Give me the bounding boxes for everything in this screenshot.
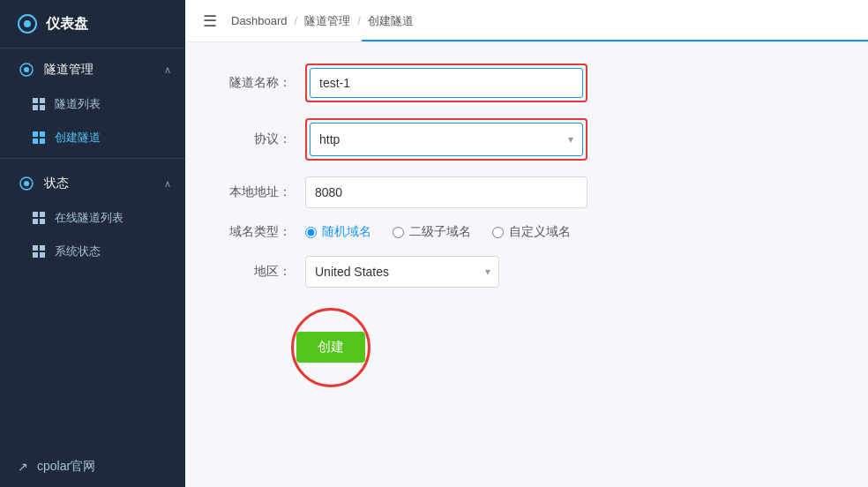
domain-type-row: 域名类型： 随机域名 二级子域名 自定义域名 — [212, 224, 842, 240]
main-area: ☰ Dashboard / 隧道管理 / 创建隧道 隧道名称： 协议： — [185, 0, 868, 487]
radio-random-domain[interactable]: 随机域名 — [305, 224, 371, 240]
svg-rect-15 — [40, 219, 45, 224]
tunnel-name-row: 隧道名称： — [212, 64, 842, 102]
svg-rect-9 — [40, 139, 45, 144]
protocol-select[interactable]: http https tcp udp — [311, 124, 582, 155]
create-button-wrapper: 创建 — [296, 332, 365, 363]
region-select-wrapper: United States China Europe Asia ▾ — [305, 256, 499, 288]
create-tunnel-label: 创建隧道 — [55, 130, 101, 146]
svg-rect-17 — [40, 245, 45, 251]
tunnel-management-icon — [18, 61, 35, 79]
svg-rect-6 — [33, 131, 38, 137]
status-chevron: ∧ — [164, 178, 171, 190]
radio-custom-domain-input[interactable] — [492, 227, 504, 238]
sidebar-item-create-tunnel[interactable]: 创建隧道 — [0, 121, 185, 154]
topbar: ☰ Dashboard / 隧道管理 / 创建隧道 — [185, 0, 868, 42]
tunnel-list-label: 隧道列表 — [55, 96, 101, 112]
sidebar-divider-1 — [0, 158, 185, 159]
sidebar-item-system-status[interactable]: 系统状态 — [0, 235, 185, 268]
svg-rect-7 — [40, 131, 45, 137]
sidebar-external-link[interactable]: ↗ cpolar官网 — [0, 446, 185, 487]
svg-rect-12 — [33, 212, 38, 217]
breadcrumb-create-tunnel: 创建隧道 — [368, 13, 414, 29]
breadcrumb-dashboard[interactable]: Dashboard — [231, 14, 288, 27]
protocol-label: 协议： — [212, 131, 291, 147]
local-address-row: 本地地址： — [212, 176, 842, 208]
logo-icon — [18, 14, 37, 34]
topbar-underline — [362, 40, 868, 41]
status-label: 状态 — [44, 176, 69, 191]
svg-rect-14 — [33, 219, 38, 224]
local-address-input[interactable] — [305, 176, 587, 208]
breadcrumb-sep-2: / — [357, 14, 361, 27]
radio-subdomain-input[interactable] — [393, 227, 404, 238]
region-label: 地区： — [212, 264, 291, 280]
sidebar: 仪表盘 隧道管理 ∧ 隧道列表 — [0, 0, 185, 487]
region-field: United States China Europe Asia ▾ — [305, 256, 499, 288]
online-tunnels-label: 在线隧道列表 — [55, 210, 123, 226]
protocol-select-wrapper: http https tcp udp ▾ — [310, 123, 583, 156]
svg-rect-5 — [40, 105, 45, 110]
svg-rect-3 — [40, 98, 45, 103]
sidebar-section-status[interactable]: 状态 ∧ — [0, 162, 185, 201]
radio-custom-domain-label: 自定义域名 — [509, 224, 571, 240]
svg-rect-19 — [40, 252, 45, 258]
system-status-label: 系统状态 — [55, 244, 101, 259]
region-row: 地区： United States China Europe Asia ▾ — [212, 256, 842, 288]
svg-rect-2 — [33, 98, 38, 103]
external-link-label: cpolar官网 — [37, 459, 95, 475]
page-content: 隧道名称： 协议： http https tcp udp — [185, 42, 868, 487]
grid-active-icon — [32, 131, 46, 145]
external-link-icon: ↗ — [18, 460, 28, 474]
status-icon — [18, 175, 35, 192]
protocol-row: 协议： http https tcp udp ▾ — [212, 118, 842, 161]
domain-type-radio-group: 随机域名 二级子域名 自定义域名 — [305, 224, 571, 240]
tunnel-management-label: 隧道管理 — [44, 62, 94, 78]
tunnel-name-label: 隧道名称： — [212, 75, 291, 91]
tunnel-name-highlight-box — [305, 64, 587, 102]
tunnel-name-input[interactable] — [310, 68, 583, 98]
breadcrumb-sep-1: / — [295, 14, 298, 27]
svg-rect-8 — [33, 139, 38, 144]
svg-point-11 — [24, 181, 29, 186]
region-select[interactable]: United States China Europe Asia — [305, 256, 499, 288]
system-status-icon — [32, 244, 46, 258]
menu-toggle-icon[interactable]: ☰ — [203, 11, 217, 31]
grid-icon — [32, 97, 46, 111]
svg-rect-16 — [33, 245, 38, 251]
svg-rect-13 — [40, 212, 45, 217]
radio-random-domain-input[interactable] — [305, 227, 317, 238]
svg-point-1 — [24, 67, 29, 72]
create-button[interactable]: 创建 — [296, 332, 365, 363]
svg-rect-18 — [33, 252, 38, 258]
breadcrumb: Dashboard / 隧道管理 / 创建隧道 — [231, 13, 414, 29]
sidebar-item-tunnel-list[interactable]: 隧道列表 — [0, 87, 185, 121]
sidebar-logo[interactable]: 仪表盘 — [0, 0, 185, 49]
protocol-highlight-box: http https tcp udp ▾ — [305, 118, 587, 161]
radio-subdomain-label: 二级子域名 — [409, 224, 471, 240]
svg-rect-4 — [33, 105, 38, 110]
local-address-field — [305, 176, 587, 208]
radio-subdomain[interactable]: 二级子域名 — [393, 224, 471, 240]
logo-text: 仪表盘 — [46, 15, 88, 34]
radio-custom-domain[interactable]: 自定义域名 — [492, 224, 571, 240]
breadcrumb-tunnel-management[interactable]: 隧道管理 — [304, 13, 350, 29]
local-address-label: 本地地址： — [212, 184, 291, 200]
sidebar-item-online-tunnels[interactable]: 在线隧道列表 — [0, 201, 185, 235]
radio-random-domain-label: 随机域名 — [322, 224, 371, 240]
online-tunnels-icon — [32, 211, 46, 225]
sidebar-section-tunnel-management[interactable]: 隧道管理 ∧ — [0, 49, 185, 87]
domain-type-label: 域名类型： — [212, 224, 291, 240]
tunnel-management-chevron: ∧ — [164, 64, 171, 76]
